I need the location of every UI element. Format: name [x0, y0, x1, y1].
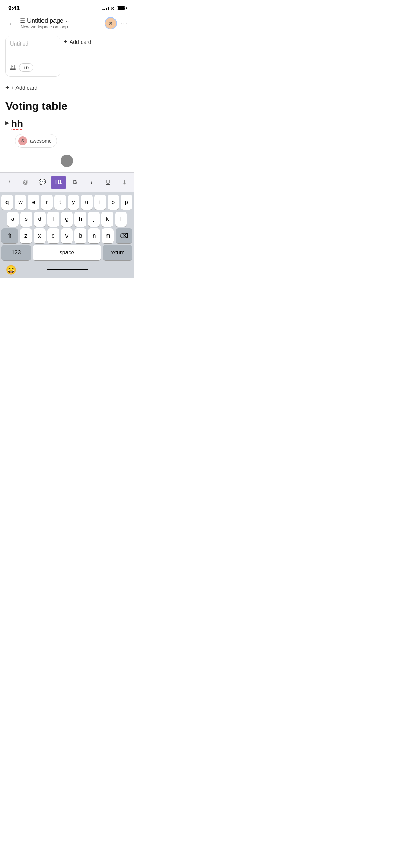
- key-numeric[interactable]: 123: [1, 245, 31, 260]
- h1-icon: H1: [55, 179, 62, 185]
- card-inbox-icon: 🗳: [10, 64, 16, 71]
- plus-icon-bottom: +: [5, 84, 9, 92]
- center-dot-area: [5, 155, 128, 167]
- key-d[interactable]: d: [34, 212, 46, 227]
- back-chevron-icon: ‹: [10, 20, 12, 27]
- key-k[interactable]: k: [101, 212, 113, 227]
- nav-left: ‹ ☰ Untitled page ⌄ New workspace on loo…: [5, 17, 69, 29]
- gray-dot[interactable]: [61, 155, 73, 167]
- page-title: Untitled page: [27, 17, 63, 24]
- keyboard-emoji-row: 😄: [1, 262, 132, 277]
- underline-icon: U: [106, 179, 110, 185]
- bullet-row: ▶ hh: [5, 119, 128, 129]
- key-space[interactable]: space: [33, 245, 101, 260]
- key-u[interactable]: u: [81, 195, 93, 210]
- key-w[interactable]: w: [15, 195, 26, 210]
- mention-button[interactable]: @: [18, 176, 34, 189]
- keyboard-hide-button[interactable]: ⬇: [117, 176, 132, 189]
- bullet-text: hh: [11, 119, 23, 129]
- battery-icon: [117, 6, 125, 10]
- status-icons: ⊙: [102, 5, 125, 11]
- tag-text: awesome: [30, 138, 52, 144]
- key-c[interactable]: c: [47, 228, 59, 243]
- italic-button[interactable]: I: [84, 176, 99, 189]
- status-bar: 9:41 ⊙: [0, 0, 134, 14]
- keyboard-hide-icon: ⬇: [122, 179, 127, 186]
- voting-section: Voting table ▶ hh S awesome: [0, 92, 134, 167]
- add-card-right-label: Add card: [70, 39, 92, 45]
- workspace-subtitle: New workspace on loop: [20, 24, 69, 29]
- untitled-card[interactable]: Untitled 🗳 +0: [5, 36, 60, 77]
- key-e[interactable]: e: [28, 195, 39, 210]
- card-title: Untitled: [10, 41, 56, 47]
- signal-icon: [102, 6, 109, 10]
- bold-button[interactable]: B: [67, 176, 83, 189]
- card-badge[interactable]: +0: [19, 63, 33, 72]
- key-shift[interactable]: ⇧: [1, 228, 18, 243]
- key-f[interactable]: f: [47, 212, 59, 227]
- nav-bar: ‹ ☰ Untitled page ⌄ New workspace on loo…: [0, 14, 134, 33]
- add-card-bottom-label: + Add card: [11, 85, 38, 91]
- key-h[interactable]: h: [74, 212, 86, 227]
- key-return[interactable]: return: [103, 245, 132, 260]
- wifi-icon: ⊙: [111, 5, 115, 11]
- key-p[interactable]: p: [121, 195, 132, 210]
- card-bottom: 🗳 +0: [10, 63, 56, 72]
- key-x[interactable]: x: [34, 228, 46, 243]
- keyboard-row-2: a s d f g h j k l: [1, 212, 132, 227]
- key-a[interactable]: a: [7, 212, 19, 227]
- key-s[interactable]: s: [20, 212, 32, 227]
- key-i[interactable]: i: [94, 195, 106, 210]
- italic-icon: I: [91, 179, 92, 185]
- key-delete[interactable]: ⌫: [116, 228, 132, 243]
- at-icon: @: [23, 179, 28, 186]
- bold-icon: B: [73, 179, 77, 185]
- key-n[interactable]: n: [88, 228, 100, 243]
- underline-button[interactable]: U: [100, 176, 116, 189]
- avatar[interactable]: S: [105, 17, 117, 29]
- nav-title-row[interactable]: ☰ Untitled page ⌄: [20, 17, 69, 24]
- comment-icon: 💬: [39, 179, 46, 186]
- home-indicator: [47, 269, 88, 270]
- plus-icon: +: [64, 38, 68, 46]
- slash-command-button[interactable]: /: [1, 176, 17, 189]
- more-button[interactable]: ···: [120, 20, 128, 27]
- add-card-bottom-button[interactable]: + + Add card: [5, 81, 128, 92]
- key-q[interactable]: q: [1, 195, 13, 210]
- dropdown-arrow-icon: ⌄: [65, 18, 69, 23]
- awesome-tag: S awesome: [15, 134, 57, 148]
- add-card-right-button[interactable]: + Add card: [64, 36, 92, 46]
- back-button[interactable]: ‹: [5, 18, 16, 29]
- key-b[interactable]: b: [74, 228, 86, 243]
- key-r[interactable]: r: [41, 195, 53, 210]
- key-z[interactable]: z: [20, 228, 32, 243]
- page-icon: ☰: [20, 17, 25, 24]
- spell-check-underline: [11, 129, 23, 130]
- key-o[interactable]: o: [108, 195, 119, 210]
- emoji-button[interactable]: 😄: [5, 265, 16, 275]
- keyboard-row-1: q w e r t y u i o p: [1, 195, 132, 210]
- card-row: Untitled 🗳 +0 + Add card: [5, 36, 128, 77]
- comment-button[interactable]: 💬: [34, 176, 50, 189]
- format-toolbar: / @ 💬 H1 B I U ⬇: [0, 172, 134, 192]
- key-v[interactable]: v: [61, 228, 73, 243]
- nav-title-area: ☰ Untitled page ⌄ New workspace on loop: [20, 17, 69, 29]
- nav-right: S ···: [105, 17, 128, 29]
- status-time: 9:41: [8, 5, 20, 12]
- slash-icon: /: [9, 179, 10, 186]
- h1-button[interactable]: H1: [51, 176, 66, 189]
- tag-avatar: S: [18, 136, 27, 145]
- content-area: Untitled 🗳 +0 + Add card + + Add card: [0, 33, 134, 92]
- keyboard: q w e r t y u i o p a s d f g h j k l ⇧ …: [0, 192, 134, 278]
- voting-table-title: Voting table: [5, 100, 128, 112]
- key-l[interactable]: l: [115, 212, 127, 227]
- key-g[interactable]: g: [61, 212, 73, 227]
- key-j[interactable]: j: [88, 212, 100, 227]
- keyboard-row-3: ⇧ z x c v b n m ⌫: [1, 228, 132, 243]
- keyboard-space-row: 123 space return: [1, 245, 132, 260]
- key-m[interactable]: m: [102, 228, 114, 243]
- key-y[interactable]: y: [68, 195, 80, 210]
- key-t[interactable]: t: [54, 195, 66, 210]
- bullet-arrow-icon[interactable]: ▶: [5, 120, 10, 125]
